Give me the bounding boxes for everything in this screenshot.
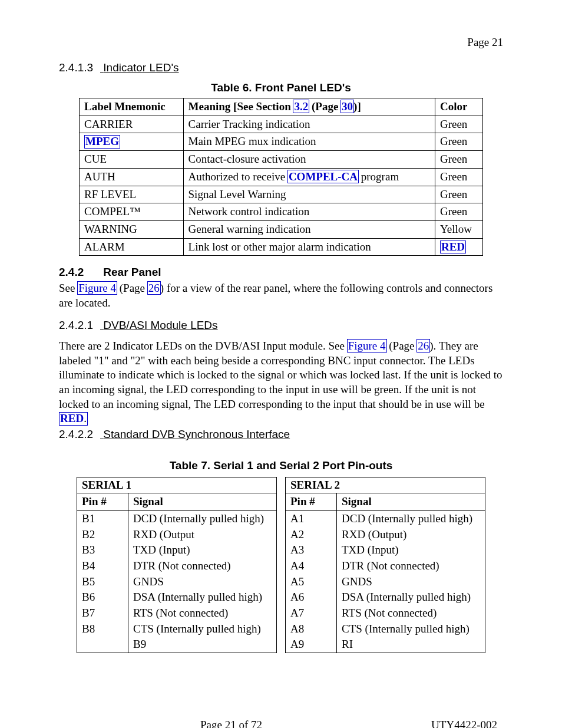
table-row: B4DTR (Not connected) [77,558,277,574]
section-number: 2.4.2.2 [59,427,100,442]
heading-2421: 2.4.2.1 DVB/ASI Module LEDs [59,318,503,333]
heading-2422: 2.4.2.2 Standard DVB Synchronous Interfa… [59,427,503,442]
table-row: CARRIER Carrier Tracking indication Gree… [80,116,483,133]
table6: Label Mnemonic Meaning [See Section 3.2 … [79,98,483,256]
table-row: A4DTR (Not connected) [286,558,485,574]
section-number: 2.4.2 [59,265,100,280]
table6-h3: Color [435,98,482,116]
table7-caption: Table 7. Serial 1 and Serial 2 Port Pin-… [59,459,503,473]
table7-s2-title: SERIAL 2 [286,477,485,493]
paragraph-242: See Figure 4 (Page 26) for a view of the… [59,281,503,310]
link-section-3-2[interactable]: 3.2 [293,100,309,113]
table7-s1-title: SERIAL 1 [77,477,277,493]
table7-serial2: SERIAL 2 Pin # Signal A1DCD (Internally … [285,477,485,654]
table-row: A9RI [286,637,485,653]
page-footer: Page 21 of 72 UTY4422-002 [59,718,503,728]
table-row: A2RXD (Output) [286,527,485,543]
paragraph-2421: There are 2 Indicator LEDs on the DVB/AS… [59,339,503,426]
table-row: A3TXD (Input) [286,542,485,558]
table-row: COMPEL™ Network control indication Green [80,203,483,221]
table-row: B7RTS (Not connected) [77,605,277,621]
link-red[interactable]: RED [441,241,465,253]
link-figure-4[interactable]: Figure 4 [78,282,117,294]
heading-242: 2.4.2 Rear Panel [59,265,503,280]
link-page-26[interactable]: 26 [417,340,429,352]
page-number-top: Page 21 [59,35,503,50]
table-row: A8CTS (Internally pulled high) [286,621,485,637]
table-row: A6DSA (Internally pulled high) [286,589,485,605]
section-title: Standard DVB Synchronous Interface [103,428,290,440]
section-title: DVB/ASI Module LEDs [103,319,217,331]
table-row: B9 [77,637,277,653]
table-row: A1DCD (Internally pulled high) [286,510,485,526]
table7-serial1: SERIAL 1 Pin # Signal B1DCD (Internally … [77,477,277,654]
table-row: CUE Contact-closure activation Green [80,151,483,169]
table7-head-row: Pin # Signal [77,493,277,511]
table-row: B1DCD (Internally pulled high) [77,510,277,526]
table6-header-row: Label Mnemonic Meaning [See Section 3.2 … [80,98,483,116]
table-row: B2RXD (Output [77,527,277,543]
section-number: 2.4.2.1 [59,318,100,333]
heading-2413: 2.4.1.3 Indicator LED's [59,61,503,75]
section-number: 2.4.1.3 [59,61,100,75]
table-row: WARNING General warning indication Yello… [80,220,483,238]
section-title: Indicator LED's [103,61,178,74]
footer-page-of: Page 21 of 72 [200,718,262,728]
table-row: B6DSA (Internally pulled high) [77,589,277,605]
footer-doc-id: UTY4422-002 [431,718,497,728]
table-row: B3TXD (Input) [77,542,277,558]
link-page-30[interactable]: 30 [341,100,353,113]
table-row: MPEG Main MPEG mux indication Green [80,133,483,151]
table-row: A5GNDS [286,574,485,590]
link-mpeg[interactable]: MPEG [85,135,119,147]
link-figure-4[interactable]: Figure 4 [348,340,386,352]
table6-h1: Label Mnemonic [80,98,184,116]
table-row: B5GNDS [77,574,277,590]
table6-caption: Table 6. Front Panel LED's [59,81,503,95]
link-page-26[interactable]: 26 [148,282,160,294]
table7-head-row: Pin # Signal [286,493,485,511]
table-row: B8CTS (Internally pulled high) [77,621,277,637]
table-row: RF LEVEL Signal Level Warning Green [80,186,483,203]
table-row: A7RTS (Not connected) [286,605,485,621]
table-row: ALARM Link lost or other major alarm ind… [80,238,483,256]
link-red[interactable]: RED [60,412,84,424]
link-compel-ca[interactable]: COMPEL-CA [288,170,358,183]
table-row: AUTH Authorized to receive COMPEL-CA pro… [80,168,483,186]
table7: SERIAL 1 Pin # Signal B1DCD (Internally … [59,477,503,654]
table6-h2: Meaning [See Section 3.2 (Page 30)] [183,98,435,116]
section-title: Rear Panel [103,266,161,278]
